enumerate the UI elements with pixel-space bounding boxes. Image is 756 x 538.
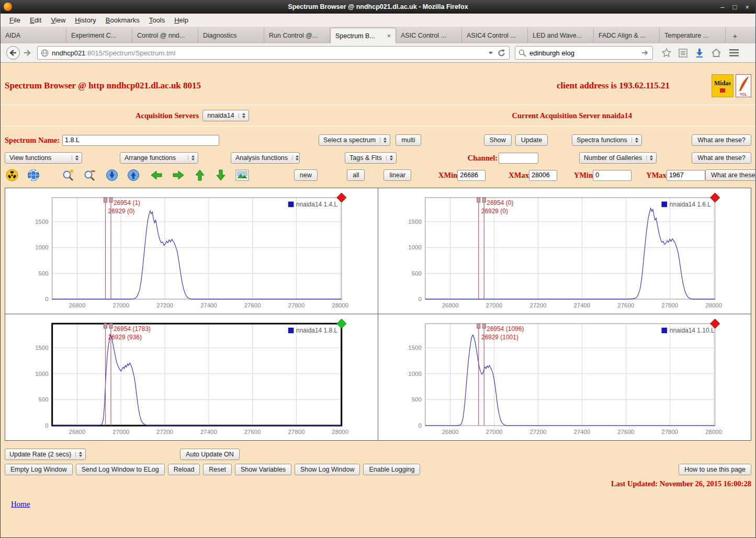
update-button[interactable]: Update bbox=[515, 134, 548, 146]
spectrum-name-input[interactable] bbox=[62, 135, 219, 146]
tab-led-wave[interactable]: LED and Wave... bbox=[528, 28, 594, 43]
x-tick-label: 27400 bbox=[200, 429, 217, 435]
select-spectrum-select[interactable]: Select a spectrum bbox=[319, 134, 390, 146]
status-diamond[interactable] bbox=[710, 193, 719, 202]
tab-asic4-control[interactable]: ASIC4 Control ... bbox=[462, 28, 528, 43]
menu-hamburger-button[interactable] bbox=[729, 49, 739, 57]
menu-tools[interactable]: Tools bbox=[144, 14, 170, 26]
x-tick-label: 26800 bbox=[442, 429, 458, 435]
spectrum-panel-1-6-L[interactable]: 2680027000272002740027600278002800005001… bbox=[378, 188, 751, 314]
status-diamond[interactable] bbox=[337, 193, 346, 202]
forward-button[interactable] bbox=[22, 48, 33, 58]
tab-temperature[interactable]: Temperature ... bbox=[660, 28, 726, 43]
url-dropdown-icon[interactable] bbox=[489, 52, 493, 54]
minimize-button[interactable]: – bbox=[720, 4, 724, 10]
cursor-marker-handle[interactable] bbox=[482, 198, 486, 202]
tab-spectrum-browser[interactable]: Spectrum B... × bbox=[330, 28, 396, 43]
tab-fadc-align[interactable]: FADC Align & ... bbox=[594, 28, 660, 43]
close-button[interactable]: × bbox=[745, 4, 749, 10]
pan-left-button[interactable] bbox=[150, 169, 163, 181]
tab-aida[interactable]: AIDA bbox=[1, 28, 66, 43]
spectrum-panel-1-10-L[interactable]: 2680027000272002740027600278002800005001… bbox=[378, 314, 751, 440]
tab-experiment[interactable]: Experiment C... bbox=[66, 28, 132, 43]
cursor-marker-handle[interactable] bbox=[477, 198, 480, 202]
arrange-functions-select[interactable]: Arrange functions bbox=[120, 152, 198, 164]
shift-down-button[interactable] bbox=[106, 169, 118, 181]
downloads-button[interactable] bbox=[694, 48, 705, 58]
show-log-window-button[interactable]: Show Log Window bbox=[295, 464, 360, 475]
menu-bookmarks[interactable]: Bookmarks bbox=[101, 14, 144, 26]
pan-up-button[interactable] bbox=[194, 168, 206, 182]
xmax-input[interactable] bbox=[529, 170, 557, 181]
tab-diagnostics[interactable]: Diagnostics bbox=[198, 28, 264, 43]
ymax-input[interactable] bbox=[667, 170, 705, 181]
combo-arrows-icon bbox=[188, 155, 195, 161]
tags-fits-select[interactable]: Tags & Fits bbox=[345, 152, 397, 164]
view-functions-select[interactable]: View functions bbox=[5, 152, 82, 164]
analysis-functions-select[interactable]: Analysis functions bbox=[231, 152, 300, 164]
zoom-in-button[interactable] bbox=[62, 169, 74, 181]
refresh-spectra-button[interactable] bbox=[27, 169, 40, 181]
show-button[interactable]: Show bbox=[484, 134, 512, 146]
how-to-use-button[interactable]: How to use this page bbox=[679, 464, 751, 475]
shift-up-button[interactable] bbox=[127, 169, 140, 181]
tab-close-icon[interactable]: × bbox=[387, 32, 391, 40]
search-input[interactable] bbox=[529, 49, 641, 57]
radioactive-source-button[interactable] bbox=[6, 169, 18, 181]
channel-input[interactable] bbox=[499, 153, 538, 164]
spectrum-panel-1-8-L[interactable]: 2680027000272002740027600278002800005001… bbox=[5, 314, 378, 440]
cursor-marker-handle[interactable] bbox=[104, 324, 107, 328]
cursor-marker-handle[interactable] bbox=[109, 198, 112, 202]
tab-asic-control[interactable]: ASIC Control ... bbox=[396, 28, 462, 43]
reload-button[interactable]: Reload bbox=[168, 464, 200, 475]
bookmark-star-button[interactable] bbox=[661, 48, 672, 58]
what-are-these-button-3[interactable]: What are these? bbox=[705, 169, 755, 181]
tab-run-control[interactable]: Run Control @... bbox=[264, 28, 330, 43]
enable-logging-button[interactable]: Enable Logging bbox=[363, 464, 420, 475]
search-bar[interactable] bbox=[515, 46, 653, 60]
back-button[interactable] bbox=[6, 45, 20, 60]
zoom-out-button[interactable] bbox=[83, 169, 96, 181]
linear-button[interactable]: linear bbox=[383, 169, 411, 181]
maximize-button[interactable]: □ bbox=[733, 4, 737, 10]
number-of-galleries-select[interactable]: Number of Galleries bbox=[579, 152, 657, 164]
cursor-marker-handle[interactable] bbox=[477, 324, 480, 328]
status-diamond[interactable] bbox=[337, 319, 346, 328]
reload-icon[interactable] bbox=[497, 49, 506, 58]
menu-edit[interactable]: Edit bbox=[25, 14, 46, 26]
home-icon bbox=[711, 48, 721, 58]
all-button[interactable]: all bbox=[347, 169, 365, 181]
menu-view[interactable]: View bbox=[46, 14, 70, 26]
what-are-these-button-2[interactable]: What are these? bbox=[692, 152, 751, 164]
menu-file[interactable]: File bbox=[5, 14, 25, 26]
bookmarks-list-button[interactable] bbox=[678, 48, 688, 58]
home-button[interactable] bbox=[711, 48, 721, 58]
show-variables-button[interactable]: Show Variables bbox=[235, 464, 291, 475]
new-tab-button[interactable]: + bbox=[728, 29, 742, 42]
spectrum-panel-1-4-L[interactable]: 2680027000272002740027600278002800005001… bbox=[5, 188, 378, 314]
cursor-marker-handle[interactable] bbox=[482, 324, 486, 328]
new-button[interactable]: new bbox=[294, 169, 318, 181]
cursor-marker-handle[interactable] bbox=[109, 324, 112, 328]
spectra-functions-select[interactable]: Spectra functions bbox=[572, 134, 642, 146]
url-bar[interactable]: nndhcp021:8015/Spectrum/Spectrum.tml bbox=[37, 46, 510, 60]
ymin-input[interactable] bbox=[593, 170, 631, 181]
gallery-snapshot-button[interactable] bbox=[235, 169, 249, 181]
menu-help[interactable]: Help bbox=[170, 14, 193, 26]
empty-log-window-button[interactable]: Empty Log Window bbox=[5, 464, 73, 475]
update-rate-select[interactable]: Update Rate (2 secs) bbox=[5, 449, 86, 460]
pan-right-button[interactable] bbox=[172, 169, 185, 181]
tab-control[interactable]: Control @ nnd... bbox=[132, 28, 198, 43]
send-log-to-elog-button[interactable]: Send Log Window to ELog bbox=[76, 464, 165, 475]
reset-button[interactable]: Reset bbox=[203, 464, 232, 475]
what-are-these-button-1[interactable]: What are these? bbox=[692, 134, 751, 146]
cursor-marker-handle[interactable] bbox=[104, 198, 107, 202]
search-go-icon[interactable] bbox=[641, 49, 649, 57]
auto-update-button[interactable]: Auto Update ON bbox=[180, 449, 240, 460]
home-link[interactable]: Home bbox=[11, 500, 30, 509]
xmin-input[interactable] bbox=[457, 170, 486, 181]
acquisition-server-select[interactable]: nnaida14 bbox=[202, 110, 249, 121]
pan-down-button[interactable] bbox=[215, 168, 227, 182]
menu-history[interactable]: History bbox=[70, 14, 100, 26]
multi-button[interactable]: multi bbox=[396, 134, 421, 146]
